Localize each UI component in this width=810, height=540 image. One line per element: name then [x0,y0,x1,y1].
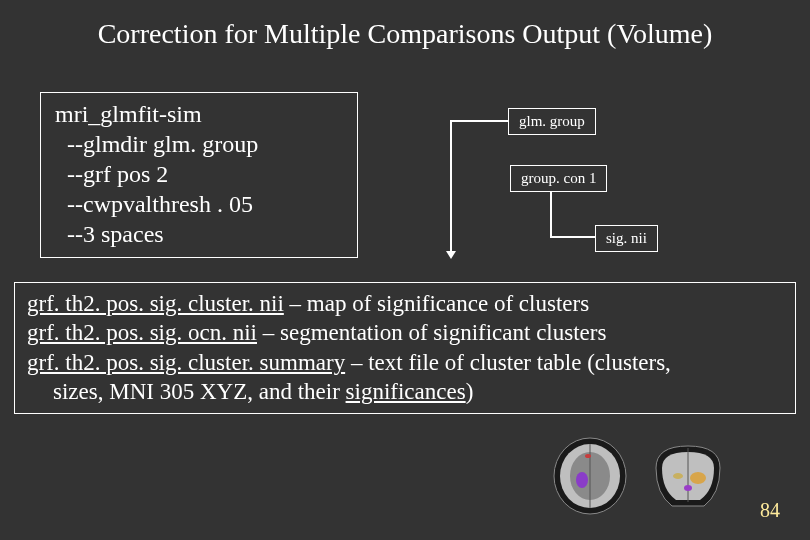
page-number: 84 [760,499,780,522]
output-desc: – segmentation of significant clusters [257,320,606,345]
output-cont-underlined: significances [346,379,466,404]
slide-title: Correction for Multiple Comparisons Outp… [0,0,810,50]
brain-images [544,436,734,516]
arrow-down-icon [446,251,456,259]
command-box: mri_glmfit-sim --glmdir glm. group --grf… [40,92,358,258]
svg-point-3 [576,472,588,488]
output-line: grf. th2. pos. sig. cluster. summary – t… [27,348,783,377]
brain-scan-coronal [642,436,734,516]
diagram-box-glm-group: glm. group [508,108,596,135]
diagram-connector [450,120,510,122]
diagram-connector [450,120,452,253]
output-desc: – map of significance of clusters [284,291,589,316]
output-cont-paren: ) [466,379,474,404]
output-filename: grf. th2. pos. sig. ocn. nii [27,320,257,345]
brain-scan-axial [544,436,636,516]
output-description-box: grf. th2. pos. sig. cluster. nii – map o… [14,282,796,414]
command-arg: --cwpvalthresh . 05 [55,189,343,219]
svg-point-5 [690,472,706,484]
output-line-continuation: sizes, MNI 305 XYZ, and their significan… [27,377,783,406]
directory-diagram: glm. group group. con 1 sig. nii [400,85,750,270]
command-arg: --3 spaces [55,219,343,249]
command-arg: --glmdir glm. group [55,129,343,159]
svg-point-4 [585,454,591,458]
diagram-connector [550,236,597,238]
output-line: grf. th2. pos. sig. ocn. nii – segmentat… [27,318,783,347]
output-cont-text: sizes, MNI 305 XYZ, and their [53,379,346,404]
diagram-box-sig-nii: sig. nii [595,225,658,252]
output-filename: grf. th2. pos. sig. cluster. nii [27,291,284,316]
svg-point-7 [684,485,692,491]
diagram-box-group-con1: group. con 1 [510,165,607,192]
output-filename: grf. th2. pos. sig. cluster. summary [27,350,345,375]
output-desc: – text file of cluster table (clusters, [345,350,671,375]
svg-point-6 [673,473,683,479]
diagram-connector [550,187,552,237]
command-arg: --grf pos 2 [55,159,343,189]
command-program: mri_glmfit-sim [55,99,343,129]
output-line: grf. th2. pos. sig. cluster. nii – map o… [27,289,783,318]
